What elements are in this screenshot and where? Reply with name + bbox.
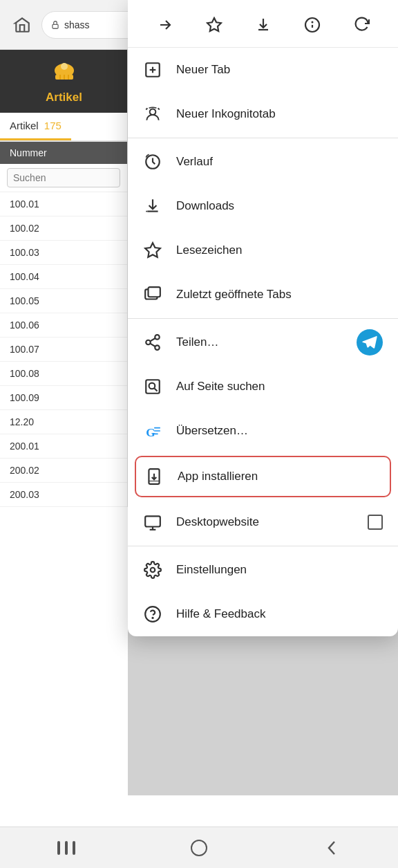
menu-item-find[interactable]: Auf Seite suchen	[128, 364, 398, 409]
url-text: shass	[64, 19, 90, 30]
history-icon	[143, 153, 162, 171]
menu-divider	[128, 546, 398, 546]
menu-item-share[interactable]: Teilen…	[128, 320, 398, 364]
menu-item-translate-label: Übersetzen…	[176, 424, 383, 438]
chef-hat-icon	[51, 61, 77, 83]
menu-lines-icon	[57, 841, 75, 855]
sidebar-list-item[interactable]: 100.01	[0, 192, 127, 216]
svg-line-15	[146, 108, 147, 109]
incognito-tab-icon	[143, 105, 162, 123]
menu-bookmark-button[interactable]	[199, 10, 229, 40]
dropdown-menu: Neuer TabNeuer InkognitotabVerlaufDownlo…	[128, 0, 398, 636]
bookmarks-icon	[143, 241, 162, 259]
svg-line-25	[150, 338, 155, 341]
menu-item-new-tab[interactable]: Neuer Tab	[128, 48, 398, 92]
sidebar: Artikel Artikel 175 Nummer 100.01100.021…	[0, 50, 128, 507]
sidebar-list-item[interactable]: 100.04	[0, 265, 127, 289]
svg-text:G: G	[146, 426, 155, 439]
settings-icon	[143, 561, 162, 579]
menu-item-incognito-tab[interactable]: Neuer Inkognitotab	[128, 92, 398, 136]
menu-item-bookmarks[interactable]: Lesezeichen	[128, 228, 398, 273]
sidebar-tabs: Artikel 175	[0, 113, 127, 142]
menu-item-help[interactable]: Hilfe & Feedback	[128, 592, 398, 636]
app-title: Artikel	[46, 91, 82, 104]
menu-item-recent-tabs-label: Zuletzt geöffnete Tabs	[176, 288, 383, 302]
sidebar-list-item[interactable]: 200.02	[0, 459, 127, 483]
menu-action-bar	[128, 0, 398, 48]
help-icon	[143, 605, 162, 623]
menu-info-button[interactable]	[297, 10, 328, 40]
sidebar-list-item[interactable]: 100.05	[0, 289, 127, 313]
sidebar-list-item[interactable]: 200.03	[0, 483, 127, 507]
share-icon	[143, 333, 162, 351]
menu-item-find-label: Auf Seite suchen	[176, 380, 383, 394]
menu-item-bookmarks-label: Lesezeichen	[176, 243, 383, 257]
menu-item-settings-label: Einstellungen	[176, 563, 383, 577]
translate-icon: G	[144, 422, 162, 440]
svg-point-27	[149, 383, 155, 389]
menu-divider	[128, 138, 398, 138]
svg-line-28	[154, 388, 157, 391]
sidebar-col-header: Nummer	[0, 142, 127, 164]
sidebar-list-item[interactable]: 100.02	[0, 216, 127, 241]
menu-divider	[128, 318, 398, 319]
sidebar-list-item[interactable]: 100.03	[0, 241, 127, 265]
menu-item-app-install-label: App installieren	[178, 470, 381, 483]
new-tab-icon	[143, 61, 162, 79]
menu-item-history-label: Verlauf	[176, 155, 383, 169]
translate-icon: G	[143, 422, 162, 440]
menu-item-downloads-label: Downloads	[176, 199, 383, 213]
telegram-badge	[357, 329, 383, 355]
svg-rect-0	[53, 24, 58, 28]
svg-point-21	[155, 335, 160, 340]
menu-item-incognito-tab-label: Neuer Inkognitotab	[176, 107, 383, 121]
bottom-nav-home[interactable]	[180, 834, 218, 862]
menu-item-downloads[interactable]: Downloads	[128, 184, 398, 228]
menu-item-new-tab-label: Neuer Tab	[176, 63, 383, 77]
sidebar-list-item[interactable]: 100.07	[0, 338, 127, 362]
menu-item-settings[interactable]: Einstellungen	[128, 548, 398, 592]
menu-download-button[interactable]	[248, 10, 278, 40]
menu-reload-button[interactable]	[346, 10, 377, 40]
menu-item-history[interactable]: Verlauf	[128, 140, 398, 184]
menu-item-app-install[interactable]: App installieren	[135, 456, 391, 497]
downloads-icon	[143, 197, 162, 215]
app-icon	[51, 61, 77, 88]
sidebar-search[interactable]	[0, 164, 127, 192]
svg-marker-18	[145, 243, 160, 257]
sidebar-list-item[interactable]: 100.09	[0, 386, 127, 410]
desktop-site-icon	[143, 513, 162, 531]
browser-home-button[interactable]	[8, 11, 36, 39]
svg-line-24	[150, 344, 155, 347]
menu-item-translate[interactable]: GÜbersetzen…	[128, 409, 398, 453]
svg-point-35	[151, 568, 155, 573]
sidebar-list-item[interactable]: 200.01	[0, 434, 127, 459]
menu-item-desktop-site[interactable]: Desktopwebsite	[128, 500, 398, 544]
sidebar-tab-artikel[interactable]: Artikel 175	[0, 113, 71, 140]
recent-tabs-icon	[143, 286, 162, 304]
menu-item-share-label: Teilen…	[176, 335, 343, 349]
sidebar-list-item[interactable]: 100.06	[0, 313, 127, 338]
menu-items-container: Neuer TabNeuer InkognitotabVerlaufDownlo…	[128, 48, 398, 636]
svg-rect-32	[145, 516, 160, 526]
app-header: Artikel	[0, 50, 128, 113]
bottom-nav	[0, 827, 398, 868]
bottom-nav-back[interactable]	[312, 834, 351, 862]
find-icon	[143, 378, 162, 396]
svg-rect-40	[73, 841, 75, 855]
menu-item-recent-tabs[interactable]: Zuletzt geöffnete Tabs	[128, 273, 398, 317]
sidebar-list-item[interactable]: 100.08	[0, 362, 127, 386]
svg-point-3	[61, 63, 68, 70]
sidebar-list: 100.01100.02100.03100.04100.05100.06100.…	[0, 192, 127, 507]
menu-item-help-label: Hilfe & Feedback	[176, 607, 383, 621]
bottom-nav-menu[interactable]	[47, 834, 86, 862]
menu-item-desktop-site-checkbox[interactable]	[368, 515, 383, 530]
svg-point-23	[155, 345, 160, 350]
back-chevron-icon	[325, 839, 339, 857]
search-input[interactable]	[7, 168, 120, 187]
svg-marker-7	[207, 18, 221, 31]
menu-item-desktop-site-label: Desktopwebsite	[176, 515, 354, 529]
lock-icon	[50, 20, 60, 30]
sidebar-list-item[interactable]: 12.20	[0, 410, 127, 434]
menu-forward-button[interactable]	[150, 10, 180, 40]
